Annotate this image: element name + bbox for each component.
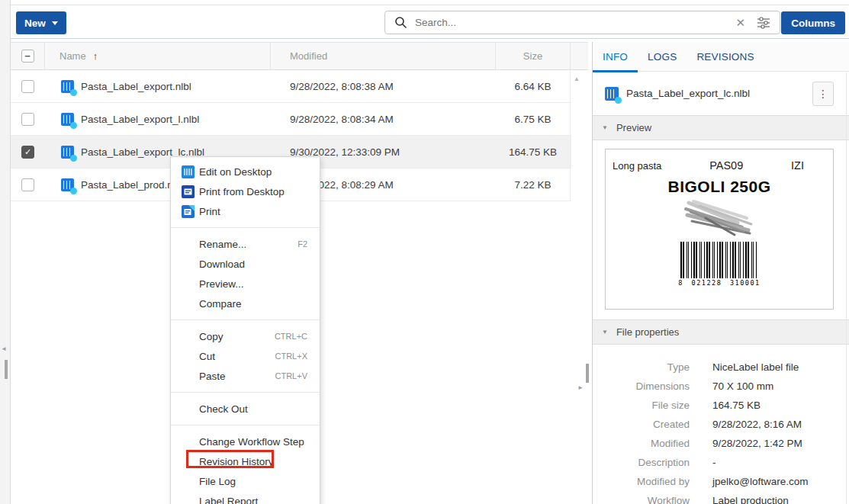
menu-item-download[interactable]: Download bbox=[171, 254, 320, 274]
column-header-modified[interactable]: Modified bbox=[271, 43, 496, 69]
collapse-left-icon[interactable]: ◄ bbox=[1, 345, 7, 352]
file-modified: 9/28/2022, 8:08:38 AM bbox=[290, 81, 394, 92]
menu-item-print[interactable]: Print bbox=[171, 201, 320, 221]
tab-revisions[interactable]: REVISIONS bbox=[687, 42, 764, 72]
menu-item-rename[interactable]: Rename... F2 bbox=[171, 234, 320, 254]
context-menu: Edit on Desktop Print from Desktop Print… bbox=[170, 156, 320, 504]
property-value-description: - bbox=[712, 457, 716, 468]
columns-button[interactable]: Columns bbox=[781, 11, 845, 34]
property-value-modified-by: jpelko@loftware.com bbox=[712, 476, 809, 487]
kebab-icon: ⋮ bbox=[818, 88, 828, 100]
status-dot-icon bbox=[615, 97, 622, 104]
column-header-name[interactable]: Name ↑ bbox=[45, 43, 271, 69]
table-row[interactable]: ✓ Pasta_Label_export.nlbl 9/28/2022, 8:0… bbox=[11, 70, 571, 103]
property-value-modified: 9/28/2022, 1:42 PM bbox=[712, 438, 802, 449]
nicelabel-document-storage-window: ◄ New ✕ bbox=[0, 0, 849, 504]
label-field-brand: IZI bbox=[791, 159, 804, 172]
shortcut-badge: F2 bbox=[297, 239, 320, 249]
label-product-name: BIGOLI 250G bbox=[606, 178, 833, 196]
file-name: Pasta_Label_export_l.nlbl bbox=[81, 114, 199, 125]
file-size: 164.75 KB bbox=[509, 146, 557, 158]
menu-item-preview[interactable]: Preview... bbox=[171, 274, 320, 294]
preview-section-header[interactable]: ▼ Preview bbox=[593, 115, 849, 140]
label-file-icon bbox=[61, 178, 74, 191]
property-row: TypeNiceLabel label file bbox=[593, 358, 849, 377]
panel-tabs: INFO LOGS REVISIONS bbox=[593, 42, 849, 72]
indeterminate-icon: − bbox=[24, 51, 31, 61]
selected-file-header: Pasta_Label_export_lc.nlbl ⋮ bbox=[593, 72, 849, 115]
left-splitter-handle[interactable] bbox=[5, 360, 8, 379]
select-all-checkbox[interactable]: − bbox=[21, 50, 34, 63]
clear-search-icon[interactable]: ✕ bbox=[735, 17, 745, 28]
property-row: Modified9/28/2022, 1:42 PM bbox=[593, 434, 849, 453]
search-filter-sliders-icon[interactable] bbox=[757, 17, 770, 29]
selected-file-name: Pasta_Label_export_lc.nlbl bbox=[626, 88, 750, 99]
barcode-image bbox=[680, 242, 758, 278]
menu-item-file-log[interactable]: File Log bbox=[171, 471, 320, 491]
menu-item-check-out[interactable]: Check Out bbox=[171, 399, 320, 419]
status-dot-icon bbox=[70, 89, 77, 96]
search-input[interactable] bbox=[415, 17, 735, 28]
pasta-photo bbox=[683, 198, 756, 241]
file-size: 7.22 KB bbox=[514, 179, 551, 191]
file-size: 6.75 KB bbox=[514, 114, 551, 125]
menu-item-label-report[interactable]: Label Report bbox=[171, 491, 320, 504]
menu-item-cut[interactable]: Cut CTRL+X bbox=[171, 346, 320, 366]
chevron-down-icon bbox=[52, 21, 58, 25]
label-file-icon bbox=[61, 113, 74, 126]
tab-info[interactable]: INFO bbox=[593, 42, 638, 72]
label-field-category: Long pasta bbox=[613, 160, 661, 172]
menu-item-print-from-desktop[interactable]: Print from Desktop bbox=[171, 181, 320, 201]
menu-item-edit-on-desktop[interactable]: Edit on Desktop bbox=[171, 162, 320, 181]
panel-scrollbar-track[interactable] bbox=[846, 72, 847, 504]
print-from-desktop-icon bbox=[182, 185, 195, 198]
shortcut-badge: CTRL+X bbox=[275, 352, 320, 361]
status-dot-icon bbox=[70, 155, 77, 162]
property-value-type: NiceLabel label file bbox=[712, 361, 799, 373]
property-value-file-size: 164.75 KB bbox=[712, 400, 761, 411]
right-splitter-handle[interactable] bbox=[586, 364, 589, 383]
file-actions-button[interactable]: ⋮ bbox=[812, 82, 834, 106]
menu-item-copy[interactable]: Copy CTRL+C bbox=[171, 326, 320, 346]
search-box: ✕ bbox=[384, 11, 780, 34]
file-properties-list: TypeNiceLabel label file Dimensions70 X … bbox=[593, 345, 849, 504]
file-name: Pasta_Label_export.nlbl bbox=[81, 81, 191, 92]
menu-item-compare[interactable]: Compare bbox=[171, 294, 320, 313]
file-name: Pasta_Label_prod.nlbl bbox=[81, 179, 183, 191]
shortcut-badge: CTRL+V bbox=[275, 371, 320, 380]
label-file-icon bbox=[61, 80, 74, 93]
menu-separator bbox=[171, 227, 320, 228]
barcode-digits: 8 021228 310001 bbox=[606, 279, 833, 287]
property-value-created: 9/28/2022, 8:16 AM bbox=[712, 419, 802, 430]
column-header-size[interactable]: Size bbox=[496, 43, 571, 69]
expand-right-icon[interactable]: ► bbox=[577, 384, 584, 391]
menu-item-paste[interactable]: Paste CTRL+V bbox=[171, 366, 320, 386]
columns-button-label: Columns bbox=[791, 18, 835, 29]
menu-item-revision-history[interactable]: Revision History bbox=[171, 451, 320, 471]
left-splitter-rail[interactable]: ◄ bbox=[0, 0, 11, 504]
row-checkbox[interactable]: ✓ bbox=[21, 146, 34, 159]
property-row: Modified byjpelko@loftware.com bbox=[593, 472, 849, 491]
property-row: File size164.75 KB bbox=[593, 396, 849, 415]
label-file-icon bbox=[605, 87, 619, 101]
status-dot-icon bbox=[70, 122, 77, 129]
menu-separator bbox=[171, 425, 320, 425]
menu-separator bbox=[171, 319, 320, 320]
label-field-code: PAS09 bbox=[709, 159, 743, 172]
scroll-up-icon[interactable]: ▲ bbox=[574, 75, 580, 82]
table-row[interactable]: ✓ Pasta_Label_export_l.nlbl 9/28/2022, 8… bbox=[11, 103, 571, 136]
tab-logs[interactable]: LOGS bbox=[638, 42, 687, 72]
property-value-dimensions: 70 X 100 mm bbox=[712, 380, 773, 392]
menu-item-change-workflow-step[interactable]: Change Workflow Step bbox=[171, 432, 320, 451]
row-checkbox[interactable]: ✓ bbox=[21, 178, 34, 191]
info-panel: INFO LOGS REVISIONS Pasta_Label_export_l… bbox=[592, 42, 849, 504]
preview-section: Long pasta PAS09 IZI BIGOLI 250G bbox=[593, 140, 849, 319]
row-checkbox[interactable]: ✓ bbox=[21, 113, 34, 126]
property-row: Description- bbox=[593, 453, 849, 472]
check-icon: ✓ bbox=[24, 147, 31, 157]
file-size: 6.64 KB bbox=[514, 81, 551, 92]
property-row: Dimensions70 X 100 mm bbox=[593, 377, 849, 396]
new-button[interactable]: New bbox=[16, 11, 66, 34]
row-checkbox[interactable]: ✓ bbox=[21, 80, 34, 93]
file-properties-section-header[interactable]: ▼ File properties bbox=[593, 319, 849, 345]
